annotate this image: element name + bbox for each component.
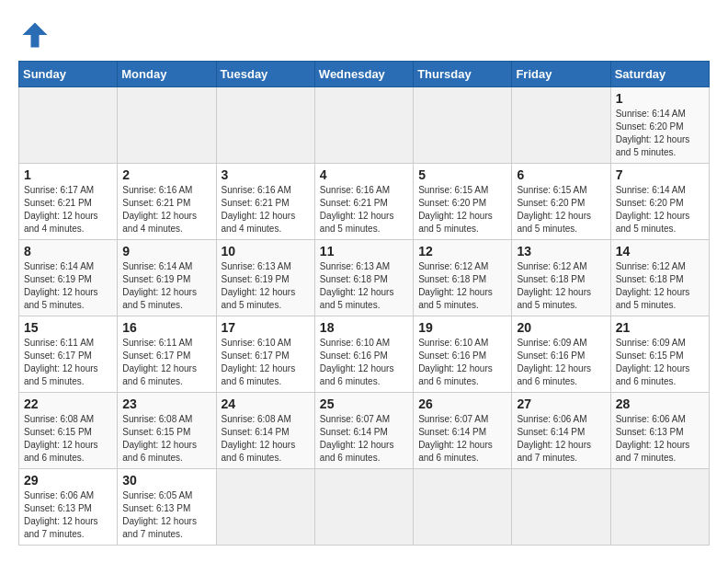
day-number: 19: [418, 320, 506, 335]
calendar-cell: 28Sunrise: 6:06 AMSunset: 6:13 PMDayligh…: [610, 393, 709, 469]
day-number: 16: [122, 320, 210, 335]
calendar-cell: 12Sunrise: 6:12 AMSunset: 6:18 PMDayligh…: [414, 240, 512, 316]
day-number: 24: [222, 396, 310, 411]
calendar-cell: 2Sunrise: 6:16 AMSunset: 6:21 PMDaylight…: [118, 164, 216, 240]
day-info: Sunrise: 6:16 AMSunset: 6:21 PMDaylight:…: [222, 184, 310, 236]
calendar-cell: [216, 87, 314, 164]
day-info: Sunrise: 6:11 AMSunset: 6:17 PMDaylight:…: [122, 337, 210, 388]
calendar-week-row: 8Sunrise: 6:14 AMSunset: 6:19 PMDaylight…: [19, 240, 710, 316]
day-info: Sunrise: 6:16 AMSunset: 6:21 PMDaylight:…: [320, 184, 408, 236]
column-header-sunday: Sunday: [19, 62, 118, 87]
column-header-saturday: Saturday: [610, 62, 709, 87]
calendar-cell: 7Sunrise: 6:14 AMSunset: 6:20 PMDaylight…: [610, 164, 709, 240]
day-info: Sunrise: 6:14 AMSunset: 6:19 PMDaylight:…: [24, 260, 112, 312]
calendar-cell: [314, 469, 413, 546]
day-number: 30: [122, 473, 210, 488]
day-info: Sunrise: 6:10 AMSunset: 6:16 PMDaylight:…: [418, 337, 506, 388]
day-number: 26: [418, 396, 506, 411]
calendar-cell: 29Sunrise: 6:06 AMSunset: 6:13 PMDayligh…: [19, 469, 118, 546]
calendar-body: 1Sunrise: 6:14 AMSunset: 6:20 PMDaylight…: [19, 87, 710, 546]
day-number: 29: [24, 473, 112, 488]
calendar-week-row: 15Sunrise: 6:11 AMSunset: 6:17 PMDayligh…: [19, 316, 710, 393]
column-header-tuesday: Tuesday: [216, 62, 314, 87]
day-info: Sunrise: 6:12 AMSunset: 6:18 PMDaylight:…: [616, 260, 704, 312]
day-number: 1: [24, 167, 112, 182]
day-info: Sunrise: 6:11 AMSunset: 6:17 PMDaylight:…: [24, 337, 112, 388]
day-number: 2: [122, 167, 210, 182]
day-number: 3: [222, 167, 310, 182]
day-info: Sunrise: 6:06 AMSunset: 6:13 PMDaylight:…: [24, 489, 112, 541]
calendar-cell: 30Sunrise: 6:05 AMSunset: 6:13 PMDayligh…: [118, 469, 216, 546]
day-number: 18: [320, 320, 408, 335]
calendar-week-row: 1Sunrise: 6:14 AMSunset: 6:20 PMDaylight…: [19, 87, 710, 164]
day-number: 9: [122, 244, 210, 259]
calendar-cell: [610, 469, 709, 546]
day-number: 14: [616, 244, 704, 259]
calendar-cell: 11Sunrise: 6:13 AMSunset: 6:18 PMDayligh…: [314, 240, 413, 316]
column-header-friday: Friday: [512, 62, 610, 87]
day-info: Sunrise: 6:14 AMSunset: 6:19 PMDaylight:…: [122, 260, 210, 312]
calendar-cell: [414, 87, 512, 164]
day-info: Sunrise: 6:08 AMSunset: 6:15 PMDaylight:…: [122, 413, 210, 465]
column-header-thursday: Thursday: [414, 62, 512, 87]
day-number: 21: [616, 320, 704, 335]
day-info: Sunrise: 6:12 AMSunset: 6:18 PMDaylight:…: [517, 260, 605, 312]
calendar-cell: 15Sunrise: 6:11 AMSunset: 6:17 PMDayligh…: [19, 316, 118, 393]
column-header-monday: Monday: [118, 62, 216, 87]
calendar-cell: [314, 87, 413, 164]
calendar-cell: 6Sunrise: 6:15 AMSunset: 6:20 PMDaylight…: [512, 164, 610, 240]
day-number: 8: [24, 244, 112, 259]
calendar-cell: 26Sunrise: 6:07 AMSunset: 6:14 PMDayligh…: [414, 393, 512, 469]
calendar-cell: 24Sunrise: 6:08 AMSunset: 6:14 PMDayligh…: [216, 393, 314, 469]
calendar-header-row: SundayMondayTuesdayWednesdayThursdayFrid…: [19, 62, 710, 87]
day-info: Sunrise: 6:13 AMSunset: 6:19 PMDaylight:…: [222, 260, 310, 312]
logo: [18, 18, 57, 52]
day-info: Sunrise: 6:14 AMSunset: 6:20 PMDaylight:…: [616, 108, 704, 159]
day-number: 25: [320, 396, 408, 411]
calendar-week-row: 1Sunrise: 6:17 AMSunset: 6:21 PMDaylight…: [19, 164, 710, 240]
day-info: Sunrise: 6:14 AMSunset: 6:20 PMDaylight:…: [616, 184, 704, 236]
day-number: 10: [222, 244, 310, 259]
column-header-wednesday: Wednesday: [314, 62, 413, 87]
day-number: 20: [517, 320, 605, 335]
day-info: Sunrise: 6:15 AMSunset: 6:20 PMDaylight:…: [517, 184, 605, 236]
calendar-cell: 21Sunrise: 6:09 AMSunset: 6:15 PMDayligh…: [610, 316, 709, 393]
calendar-cell: 4Sunrise: 6:16 AMSunset: 6:21 PMDaylight…: [314, 164, 413, 240]
calendar-cell: 9Sunrise: 6:14 AMSunset: 6:19 PMDaylight…: [118, 240, 216, 316]
day-number: 5: [418, 167, 506, 182]
calendar-cell: 13Sunrise: 6:12 AMSunset: 6:18 PMDayligh…: [512, 240, 610, 316]
calendar-cell: 20Sunrise: 6:09 AMSunset: 6:16 PMDayligh…: [512, 316, 610, 393]
calendar-cell: [216, 469, 314, 546]
calendar-table: SundayMondayTuesdayWednesdayThursdayFrid…: [18, 61, 710, 546]
day-number: 22: [24, 396, 112, 411]
calendar-cell: [19, 87, 118, 164]
calendar-cell: 10Sunrise: 6:13 AMSunset: 6:19 PMDayligh…: [216, 240, 314, 316]
day-info: Sunrise: 6:05 AMSunset: 6:13 PMDaylight:…: [122, 489, 210, 541]
calendar-cell: [512, 469, 610, 546]
calendar-cell: [414, 469, 512, 546]
day-number: 23: [122, 396, 210, 411]
day-number: 4: [320, 167, 408, 182]
day-number: 17: [222, 320, 310, 335]
day-info: Sunrise: 6:09 AMSunset: 6:16 PMDaylight:…: [517, 337, 605, 388]
day-number: 7: [616, 167, 704, 182]
svg-marker-0: [23, 23, 48, 48]
day-info: Sunrise: 6:07 AMSunset: 6:14 PMDaylight:…: [320, 413, 408, 465]
calendar-cell: [118, 87, 216, 164]
calendar-cell: 23Sunrise: 6:08 AMSunset: 6:15 PMDayligh…: [118, 393, 216, 469]
day-info: Sunrise: 6:12 AMSunset: 6:18 PMDaylight:…: [418, 260, 506, 312]
day-info: Sunrise: 6:08 AMSunset: 6:15 PMDaylight:…: [24, 413, 112, 465]
day-number: 28: [616, 396, 704, 411]
day-number: 13: [517, 244, 605, 259]
day-number: 1: [616, 91, 704, 106]
calendar-cell: 22Sunrise: 6:08 AMSunset: 6:15 PMDayligh…: [19, 393, 118, 469]
calendar-cell: 3Sunrise: 6:16 AMSunset: 6:21 PMDaylight…: [216, 164, 314, 240]
day-number: 6: [517, 167, 605, 182]
calendar-cell: 19Sunrise: 6:10 AMSunset: 6:16 PMDayligh…: [414, 316, 512, 393]
calendar-cell: 17Sunrise: 6:10 AMSunset: 6:17 PMDayligh…: [216, 316, 314, 393]
day-info: Sunrise: 6:07 AMSunset: 6:14 PMDaylight:…: [418, 413, 506, 465]
day-number: 12: [418, 244, 506, 259]
calendar-cell: 5Sunrise: 6:15 AMSunset: 6:20 PMDaylight…: [414, 164, 512, 240]
calendar-cell: 18Sunrise: 6:10 AMSunset: 6:16 PMDayligh…: [314, 316, 413, 393]
calendar-cell: 27Sunrise: 6:06 AMSunset: 6:14 PMDayligh…: [512, 393, 610, 469]
